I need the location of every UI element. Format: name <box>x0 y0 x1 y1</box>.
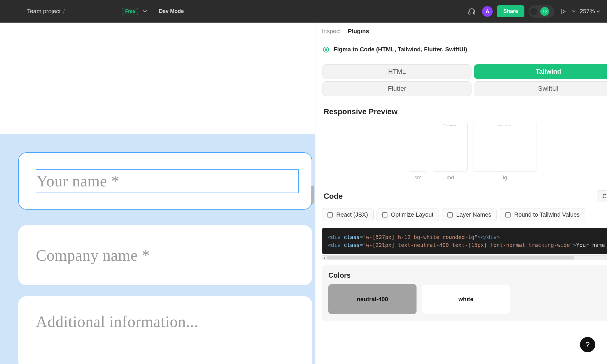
colors-section: Colors neutral-400 white <box>322 265 607 321</box>
file-title[interactable]: Team project <box>27 8 61 15</box>
mode-toggle[interactable] <box>529 5 554 18</box>
play-icon[interactable] <box>560 9 566 14</box>
code-mode-icon <box>540 7 549 16</box>
preview-thumb: Your name * <box>474 122 536 172</box>
canvas-scrollbar-thumb[interactable] <box>311 186 314 204</box>
help-button[interactable]: ? <box>580 337 595 352</box>
option-label: Layer Names <box>456 211 491 218</box>
plugin-header: Figma to Code (HTML, Tailwind, Flutter, … <box>315 40 607 59</box>
preview-label: lg <box>503 175 507 181</box>
tab-plugins[interactable]: Plugins <box>348 28 369 35</box>
preview-thumb <box>409 122 427 172</box>
framework-swiftui[interactable]: SwiftUI <box>474 81 607 96</box>
plan-badge[interactable]: Free <box>122 8 138 15</box>
zoom-level[interactable]: 257% <box>580 8 600 15</box>
option-label: Round to Tailwind Values <box>514 211 580 218</box>
option-layers[interactable]: Layer Names <box>442 208 497 221</box>
swatch-neutral-400[interactable]: neutral-400 <box>328 284 417 314</box>
code-token: <div <box>328 234 340 240</box>
placeholder-text: Company name * <box>36 246 150 264</box>
code-horizontal-scrollbar[interactable]: ◄ ► <box>322 255 607 260</box>
checkbox-icon <box>505 212 511 218</box>
canvas[interactable]: Your name * Company name * Additional in… <box>0 23 315 364</box>
option-optimize[interactable]: Optimize Layout <box>377 208 439 221</box>
text-layer-selection-outline <box>36 169 299 193</box>
code-token: class= <box>340 234 363 240</box>
preview-tiny-text: Your name * <box>498 124 512 127</box>
code-title: Code <box>324 192 343 201</box>
toggle-design-dot <box>530 8 537 15</box>
code-token: "w-[221px] text-neutral-400 text-[15px] … <box>363 242 573 248</box>
preview-title: Responsive Preview <box>324 107 397 116</box>
preview-sm[interactable]: sm <box>409 122 427 181</box>
preview-label: md <box>447 175 454 181</box>
code-token: <div <box>328 242 340 248</box>
preview-lg[interactable]: Your name * lg <box>474 122 536 181</box>
code-token: > <box>477 234 481 240</box>
form-field-card[interactable]: Additional information... <box>18 296 312 364</box>
scrollbar-thumb[interactable] <box>327 256 574 259</box>
panel-tabs: Inspect Plugins <box>315 23 607 40</box>
code-token: Your name * <box>576 242 607 248</box>
scroll-left-arrow-icon[interactable]: ◄ <box>322 256 326 260</box>
chevron-down-icon[interactable] <box>143 10 147 13</box>
framework-tailwind[interactable]: Tailwind <box>474 64 607 79</box>
form-field-card[interactable]: Company name * <box>18 225 312 285</box>
svg-rect-0 <box>469 12 470 14</box>
code-token: > <box>573 242 576 248</box>
tab-inspect[interactable]: Inspect <box>322 28 341 35</box>
svg-rect-1 <box>474 12 475 14</box>
dev-mode-label[interactable]: Dev Mode <box>159 8 184 14</box>
swatch-label: white <box>458 296 473 303</box>
framework-flutter[interactable]: Flutter <box>322 81 471 96</box>
option-round[interactable]: Round to Tailwind Values <box>500 208 585 221</box>
chevron-down-icon[interactable] <box>572 10 576 13</box>
code-token: </div> <box>481 234 500 240</box>
avatar-initial: A <box>486 9 489 14</box>
framework-selector: HTML Tailwind Flutter SwiftUI <box>315 59 607 99</box>
headphones-icon[interactable] <box>466 5 478 18</box>
placeholder-text: Additional information... <box>36 313 198 331</box>
preview-tiny-text: Your name * <box>443 124 458 127</box>
code-token: "w-[527px] h-12 bg-white rounded-lg" <box>363 234 477 240</box>
code-token: class= <box>340 242 363 248</box>
checkbox-icon <box>382 212 387 218</box>
preview-section-header: Responsive Preview <box>315 99 607 120</box>
avatar[interactable]: A <box>482 6 493 17</box>
swatch-label: neutral-400 <box>357 296 388 303</box>
framework-html[interactable]: HTML <box>322 64 471 79</box>
checkbox-icon <box>447 212 453 218</box>
copy-button[interactable]: Copy <box>597 190 607 202</box>
preview-label: sm <box>414 175 422 181</box>
code-options: React (JSX) Optimize Layout Layer Names … <box>315 205 607 224</box>
right-panel: Inspect Plugins Figma to Code (HTML, Tai… <box>315 23 607 364</box>
topbar-right-group: A Share 257% <box>466 5 600 18</box>
color-swatches: neutral-400 white <box>328 284 607 314</box>
topbar: Team project / Free Dev Mode A Share 257… <box>0 0 607 23</box>
option-label: Optimize Layout <box>391 211 434 218</box>
responsive-previews: sm Your name * md Your name * lg <box>315 120 607 183</box>
plugin-icon <box>323 47 329 53</box>
main: Your name * Company name * Additional in… <box>0 23 607 364</box>
option-label: React (JSX) <box>336 211 368 218</box>
swatch-white[interactable]: white <box>422 284 510 314</box>
option-react[interactable]: React (JSX) <box>322 208 374 221</box>
checkbox-icon <box>327 212 333 218</box>
path-separator: / <box>63 8 65 15</box>
code-section-header: Code Copy <box>315 183 607 205</box>
generated-code[interactable]: <div class="w-[527px] h-12 bg-white roun… <box>322 228 607 254</box>
preview-thumb: Your name * <box>433 122 468 172</box>
preview-md[interactable]: Your name * md <box>433 122 468 181</box>
zoom-text: 257% <box>580 8 595 14</box>
plugin-title: Figma to Code (HTML, Tailwind, Flutter, … <box>334 46 467 53</box>
colors-title: Colors <box>328 271 607 279</box>
share-button[interactable]: Share <box>497 5 524 17</box>
